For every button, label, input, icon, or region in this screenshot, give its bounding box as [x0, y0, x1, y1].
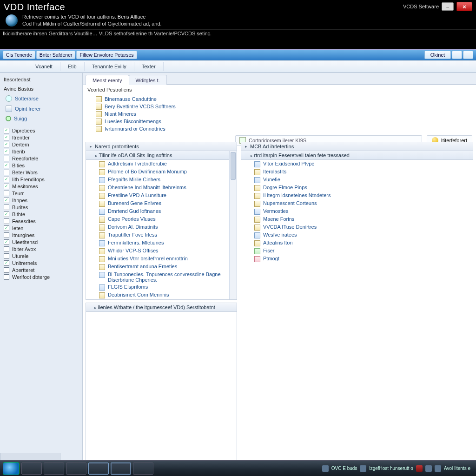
left-item-3[interactable]: Ohentriene Ind Mbanitt Iltebreinms [86, 184, 237, 192]
sidebar-check-7[interactable]: Iith Frenditops [2, 176, 80, 183]
tray-icon-3[interactable] [425, 465, 432, 472]
sidebar-check-18[interactable]: Uturele [2, 252, 80, 259]
top-link-4[interactable]: Ivrtunnursrd or Connottries [83, 125, 476, 132]
checkbox-icon[interactable] [4, 212, 9, 217]
checkbox-icon[interactable] [4, 239, 9, 245]
left-item-14[interactable]: Bi Tunponedies. Tnpurences convressdine … [86, 271, 237, 283]
sidebar-link-3[interactable]: Suigg [2, 114, 80, 123]
breadcrumb-2[interactable]: Bnter Safdener [36, 51, 76, 59]
left-item-10[interactable]: Fermnkiftenrs. Mletiunes [86, 239, 237, 247]
left-item-7[interactable]: Cape Peories Vluses [86, 215, 237, 223]
checkbox-icon[interactable] [4, 170, 9, 175]
top-link-1[interactable]: Bery Bvettintre VCDS Sofftners [83, 103, 476, 110]
right-item-8[interactable]: VVCDA ITuse Denirtres [241, 223, 473, 231]
taskbar-button-2[interactable] [44, 463, 64, 475]
taskbar-button-4[interactable] [88, 463, 109, 475]
toolbar-item-1[interactable]: Vcanelt [3, 62, 60, 71]
taskbar-button-3[interactable] [66, 463, 86, 475]
start-button[interactable] [3, 462, 20, 475]
checkbox-icon[interactable] [4, 225, 9, 231]
left-item-1[interactable]: Pilome of Bo Dvrifineriam Monump [86, 168, 237, 176]
checkbox-icon[interactable] [4, 260, 9, 266]
right-item-5[interactable]: Nupemescent Corteuns [241, 199, 473, 207]
right-item-0[interactable]: Vitor Exidsenoid Pfvpe [241, 160, 473, 168]
right-item-6[interactable]: Vermosties [241, 207, 473, 215]
taskbar-button-1[interactable] [21, 463, 42, 475]
left-column-scrollbar[interactable] [229, 151, 237, 299]
left-footer-header[interactable]: ilenies Wrbatte / the itgumesceef VDd) S… [86, 303, 237, 312]
checkbox-icon[interactable] [4, 191, 9, 196]
left-item-15[interactable]: FLGIS Elsprifoms [86, 283, 237, 291]
sidebar-check-13[interactable]: Fesesdtes [2, 218, 80, 225]
sidebar-check-15[interactable]: Itnurgines [2, 231, 80, 238]
scrollbar-thumb[interactable] [231, 152, 236, 180]
right-item-1[interactable]: Iterolastits [241, 168, 473, 176]
right-item-12[interactable]: Ptmogt [241, 255, 473, 263]
tray-icon-4[interactable] [435, 465, 441, 472]
left-item-0[interactable]: Adldretisini Tvrctridferubie [86, 160, 237, 168]
checkbox-icon[interactable] [4, 218, 9, 224]
left-item-8[interactable]: Dorivom Al. Dimatinits [86, 223, 237, 231]
checkbox-icon[interactable] [4, 184, 9, 189]
top-link-3[interactable]: Luesies Bisconittemengs [83, 118, 476, 125]
checkbox-icon[interactable] [4, 177, 9, 182]
sidebar-link-1[interactable]: Sotterarse [2, 93, 80, 104]
breadcrumb-1[interactable]: Cis Tenerde [3, 51, 35, 59]
checkbox-icon[interactable] [4, 198, 9, 203]
right-item-7[interactable]: Maene Forins [241, 215, 473, 223]
left-item-11[interactable]: Whidor VCP-S Offises [86, 247, 237, 255]
tray-icon-2[interactable] [360, 465, 366, 472]
sidebar-scrollbar[interactable] [0, 453, 60, 460]
sidebar-check-0[interactable]: Dipretiees [2, 127, 80, 134]
checkbox-icon[interactable] [4, 149, 9, 154]
checkbox-icon[interactable] [4, 142, 9, 147]
left-item-17[interactable]: Bhiser of Fibermrst VGVCCPCDS and inteni… [86, 299, 237, 300]
tab-2[interactable]: Wditgfes t. [129, 75, 167, 85]
right-item-4[interactable]: Il itegrn idsneteines Ntndeters [241, 192, 473, 199]
sidebar-check-17[interactable]: Ibiter Avox [2, 245, 80, 252]
checkbox-icon[interactable] [4, 128, 9, 133]
sidebar-check-5[interactable]: Bities [2, 162, 80, 169]
right-item-11[interactable]: Fiser [241, 247, 473, 255]
checkbox-icon[interactable] [4, 246, 9, 252]
left-item-16[interactable]: Deabrismert Corn Mennnis [86, 291, 237, 299]
right-group-header[interactable]: rtrd itarpin Feseretvell taien fete tres… [241, 151, 473, 160]
top-link-0[interactable]: Binernause Canduttine [83, 95, 476, 103]
taskbar-button-6[interactable] [133, 463, 153, 475]
tray-shield-icon[interactable] [416, 465, 423, 472]
ribbon-ok-button[interactable]: Okinct [424, 51, 451, 59]
sidebar-check-6[interactable]: Beter Wors [2, 169, 80, 176]
checkbox-icon[interactable] [4, 163, 9, 168]
checkbox-icon[interactable] [4, 267, 9, 273]
toolbar-item-4[interactable]: Texter [134, 62, 164, 71]
checkbox-icon[interactable] [4, 135, 9, 140]
checkbox-icon[interactable] [4, 253, 9, 259]
sidebar-check-12[interactable]: Bithte [2, 211, 80, 218]
checkbox-icon[interactable] [4, 232, 9, 238]
checkbox-icon[interactable] [4, 274, 9, 280]
sidebar-check-21[interactable]: Werlfoot dbterge [2, 273, 80, 280]
sidebar-check-4[interactable]: Reecfortele [2, 155, 80, 162]
left-column-header[interactable]: Narerd prntortitents [86, 142, 237, 151]
window-close-button[interactable]: × [456, 2, 472, 11]
toolbar-item-2[interactable]: Etib [60, 62, 85, 71]
sidebar-check-2[interactable]: Dertern [2, 141, 80, 148]
tray-icon-1[interactable] [322, 465, 329, 472]
right-item-2[interactable]: Vunefie [241, 176, 473, 184]
sidebar-check-14[interactable]: Ieten [2, 225, 80, 231]
sidebar-check-11[interactable]: Burites [2, 204, 80, 211]
breadcrumb-3[interactable]: Filtew Envolore Petarses [76, 51, 137, 59]
left-item-9[interactable]: Traputifler Fove Irless [86, 231, 237, 239]
top-link-2[interactable]: Niant Mineres [83, 110, 476, 118]
left-item-12[interactable]: Mni uties Vtnr brsitefrnrel ennrottrin [86, 255, 237, 263]
right-item-9[interactable]: Wesfve iratees [241, 231, 473, 239]
sidebar-check-9[interactable]: Teurr [2, 190, 80, 197]
sidebar-check-20[interactable]: Abertteret [2, 266, 80, 273]
sidebar-check-8[interactable]: Mlesitorses [2, 183, 80, 190]
checkbox-icon[interactable] [4, 205, 9, 210]
left-item-6[interactable]: Drnrtend Gud loftnanes [86, 207, 237, 215]
taskbar-button-5[interactable] [111, 463, 131, 475]
window-minimize-button[interactable]: – [442, 2, 454, 11]
left-item-2[interactable]: Efegnifts Mirile Cinhers [86, 176, 237, 184]
left-group-header[interactable]: Tilinr ife oDA Oil Sits ling softtins [86, 151, 237, 160]
